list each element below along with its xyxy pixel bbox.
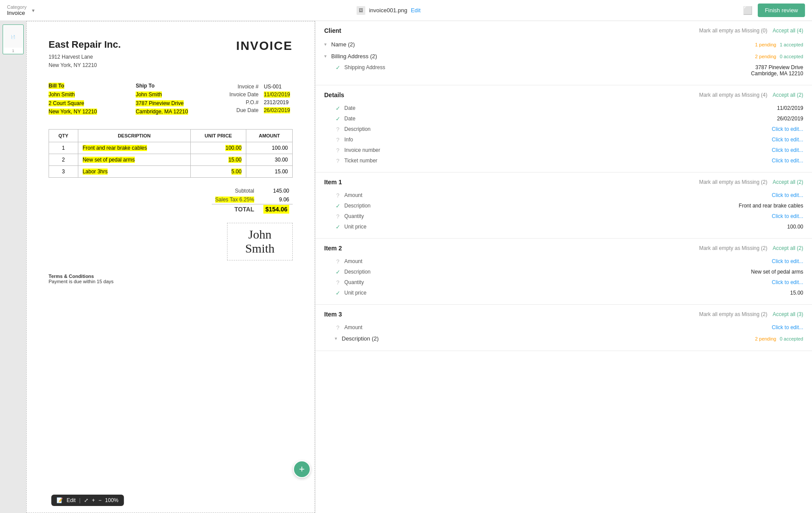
invoice-content: East Repair Inc. 1912 Harvest Lane New Y… <box>27 21 315 372</box>
check-icon: ✓ <box>335 116 341 122</box>
item3-accept-all[interactable]: Accept all (3) <box>773 311 803 317</box>
client-section-header: Client Mark all empty as Missing (0) Acc… <box>324 27 803 34</box>
add-button[interactable]: + <box>293 460 311 478</box>
billing-pending: 2 pending <box>755 54 776 59</box>
client-name-badges: 1 pending 1 accepted <box>755 42 803 47</box>
filename: invoice001.png <box>369 7 407 14</box>
shipping-address-label: Shipping Address <box>344 64 385 70</box>
client-accept-all[interactable]: Accept all (4) <box>773 28 803 34</box>
shipping-field-left: ✓ Shipping Address <box>335 64 405 70</box>
chevron-down-icon: ▾ <box>324 53 327 59</box>
totals-table: Subtotal 145.00 Sales Tax 6.25% 9.06 TOT… <box>212 186 293 214</box>
item2-quantity: ?Quantity Click to edit... <box>324 277 803 288</box>
category-dropdown-icon[interactable]: ▾ <box>32 7 35 14</box>
check-icon: ✓ <box>335 269 341 275</box>
item1-mark-missing[interactable]: Mark all empty as Missing (2) <box>699 179 767 185</box>
terms-title: Terms & Conditions <box>49 274 293 279</box>
shipping-status-icon: ✓ <box>335 64 341 70</box>
client-name-pending: 1 pending <box>755 42 776 47</box>
item1-accept-all[interactable]: Accept all (2) <box>773 179 803 185</box>
chevron-down-icon: ▾ <box>335 336 337 341</box>
zoom-plus-icon[interactable]: + <box>92 497 95 503</box>
edit-link[interactable]: Edit <box>411 7 420 14</box>
due-date-value: 26/02/2019 <box>264 107 290 113</box>
thumbnail-page-1[interactable]: 📄 1 <box>3 25 24 54</box>
check-icon: ✓ <box>335 290 341 296</box>
invoice-num-label: Invoice # <box>227 83 261 91</box>
tax-label: Sales Tax 6.25% <box>212 195 258 204</box>
row2-unit-price: 15.00 <box>190 154 246 165</box>
expand-icon[interactable]: ⤢ <box>84 497 88 503</box>
col-unit-price: UNIT PRICE <box>190 129 246 142</box>
item3-accepted: 0 accepted <box>780 336 803 341</box>
item1-unit-price: ✓Unit price 100.00 <box>324 221 803 232</box>
item3-description-label: ▾ Description (2) <box>335 335 379 342</box>
bill-to: Bill To John Smith 2 Court Square New Yo… <box>49 83 97 116</box>
question-icon: ? <box>335 213 341 219</box>
thumbnail-page-number: 1 <box>4 48 22 53</box>
question-icon: ? <box>335 126 341 132</box>
client-name-label: ▾ Name (2) <box>324 41 355 48</box>
client-section-actions: Mark all empty as Missing (0) Accept all… <box>699 28 803 34</box>
check-icon: ✓ <box>335 224 341 230</box>
main-content: 📄 1 East Repair Inc. 1912 Harvest Lane N… <box>0 21 812 513</box>
company-address-line2: New York, NY 12210 <box>49 62 97 68</box>
signature-area: John Smith <box>49 223 293 260</box>
item2-amount: ?Amount Click to edit... <box>324 256 803 267</box>
details-section-header: Details Mark all empty as Missing (4) Ac… <box>324 91 803 98</box>
zoom-bar[interactable]: 📝 Edit | ⤢ + − 100% <box>51 495 124 506</box>
item2-mark-missing[interactable]: Mark all empty as Missing (2) <box>699 245 767 251</box>
bill-to-addr2: New York, NY 12210 <box>49 109 97 115</box>
details-accept-all[interactable]: Accept all (2) <box>773 92 803 98</box>
thumbnail-image: 📄 <box>4 26 22 48</box>
zoom-level: 100% <box>105 497 119 503</box>
invoice-date-value: 11/02/2019 <box>264 91 290 98</box>
row1-qty: 1 <box>49 142 78 154</box>
ship-to-name: John Smith <box>136 91 162 98</box>
item3-description-group[interactable]: ▾ Description (2) 2 pending 0 accepted <box>324 333 803 344</box>
row3-amount: 15.00 <box>246 165 293 177</box>
item2-description: ✓Description New set of pedal arms <box>324 267 803 277</box>
invoice-viewer: East Repair Inc. 1912 Harvest Lane New Y… <box>26 21 315 513</box>
invoice-meta: Invoice # US-001 Invoice Date 11/02/2019… <box>227 83 293 116</box>
ship-to-label: Ship To <box>136 83 188 89</box>
item3-pending: 2 pending <box>755 336 776 341</box>
file-icon: 🖼 <box>357 6 365 15</box>
zoom-edit-label[interactable]: Edit <box>66 497 76 503</box>
item1-description: ✓Description Front and rear brake cables <box>324 200 803 211</box>
item3-amount: ?Amount Click to edit... <box>324 322 803 333</box>
tax-row: Sales Tax 6.25% 9.06 <box>212 195 293 204</box>
table-row: 3 Labor 3hrs 5.00 15.00 <box>49 165 293 177</box>
company-address-line1: 1912 Harvest Lane <box>49 54 93 60</box>
question-icon: ? <box>335 137 341 143</box>
question-icon: ? <box>335 258 341 264</box>
item1-section-title: Item 1 <box>324 179 342 186</box>
item3-description-badges: 2 pending 0 accepted <box>755 336 803 341</box>
po-label: P.O.# <box>227 98 261 106</box>
question-icon: ? <box>335 158 341 164</box>
company-address: 1912 Harvest Lane New York, NY 12210 <box>49 53 121 70</box>
invoice-num-value: US-001 <box>261 83 293 91</box>
monitor-icon: ⬜ <box>743 6 752 15</box>
file-info: 🖼 invoice001.png Edit <box>357 6 420 15</box>
signature-box: John Smith <box>227 223 293 260</box>
terms-text: Payment is due within 15 days <box>49 279 293 284</box>
subtotal-label: Subtotal <box>212 186 258 195</box>
item3-mark-missing[interactable]: Mark all empty as Missing (2) <box>699 311 767 317</box>
details-mark-missing[interactable]: Mark all empty as Missing (4) <box>699 92 767 98</box>
bill-to-addr1: 2 Court Square <box>49 100 84 106</box>
total-label: TOTAL <box>212 204 258 214</box>
billing-address-group-header[interactable]: ▾ Billing Address (2) 2 pending 0 accept… <box>324 50 803 62</box>
client-name-group-header[interactable]: ▾ Name (2) 1 pending 1 accepted <box>324 39 803 50</box>
client-mark-missing[interactable]: Mark all empty as Missing (0) <box>699 28 767 34</box>
category-value: Invoice <box>7 10 27 16</box>
item2-accept-all[interactable]: Accept all (2) <box>773 245 803 251</box>
top-bar: Category Invoice ▾ 🖼 invoice001.png Edit… <box>0 0 812 21</box>
question-icon: ? <box>335 324 341 330</box>
zoom-minus-icon[interactable]: − <box>98 497 102 503</box>
billing-address-label: ▾ Billing Address (2) <box>324 53 377 60</box>
question-icon: ? <box>335 192 341 198</box>
total-value: $154.06 <box>258 204 293 214</box>
category-selector[interactable]: Category Invoice ▾ <box>7 4 35 16</box>
finish-review-button[interactable]: Finish review <box>758 4 805 17</box>
